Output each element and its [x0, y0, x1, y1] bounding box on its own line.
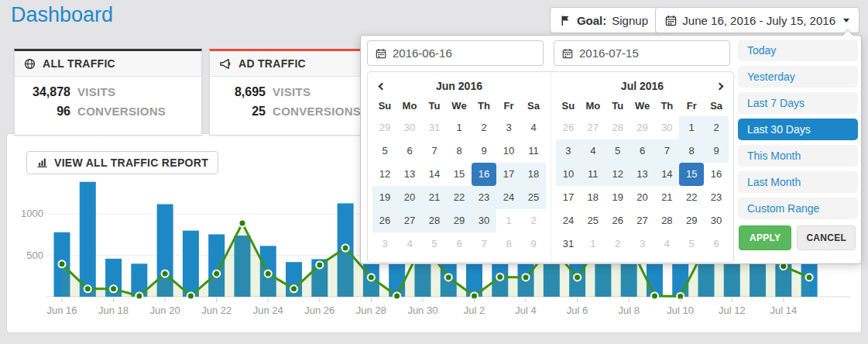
calendar-day[interactable]: 16 — [472, 163, 496, 186]
calendar-day[interactable]: 28 — [654, 209, 679, 232]
chart-point[interactable] — [84, 285, 91, 292]
calendar-day[interactable]: 5 — [679, 232, 704, 256]
chart-point[interactable] — [290, 285, 297, 292]
calendar-day[interactable]: 12 — [606, 163, 630, 186]
calendar-day[interactable]: 6 — [630, 139, 655, 163]
calendar-day[interactable]: 1 — [447, 116, 472, 139]
calendar-day[interactable]: 15 — [447, 163, 472, 186]
chevron-right-icon[interactable] — [710, 77, 729, 95]
calendar-day[interactable]: 31 — [422, 116, 447, 139]
calendar-day[interactable]: 11 — [521, 139, 546, 163]
range-preset-last-30-days[interactable]: Last 30 Days — [738, 119, 858, 140]
calendar-day[interactable]: 17 — [556, 186, 581, 209]
calendar-day[interactable]: 18 — [521, 163, 546, 186]
calendar-day[interactable]: 24 — [556, 209, 581, 232]
calendar-day[interactable]: 7 — [654, 139, 679, 163]
calendar-day[interactable]: 13 — [397, 163, 422, 186]
chart-point[interactable] — [265, 270, 272, 277]
calendar-day[interactable]: 8 — [679, 139, 704, 163]
calendar-day[interactable]: 1 — [581, 232, 606, 256]
chart-point[interactable] — [213, 270, 220, 277]
calendar-day[interactable]: 15 — [679, 163, 704, 186]
calendar-day[interactable]: 7 — [472, 232, 496, 256]
range-preset-custom-range[interactable]: Custom Range — [738, 198, 858, 219]
calendar-day[interactable]: 4 — [521, 116, 546, 139]
calendar-day[interactable]: 30 — [472, 209, 496, 232]
chart-point[interactable] — [496, 273, 503, 280]
calendar-day[interactable]: 6 — [397, 139, 422, 163]
calendar-day[interactable]: 16 — [704, 163, 729, 186]
calendar-day[interactable]: 30 — [397, 116, 422, 139]
range-preset-this-month[interactable]: This Month — [738, 145, 858, 167]
calendar-day[interactable]: 3 — [630, 232, 655, 256]
calendar-day[interactable]: 3 — [372, 232, 397, 256]
chart-point[interactable] — [59, 260, 66, 267]
calendar-day[interactable]: 28 — [422, 209, 447, 232]
calendar-day[interactable]: 21 — [422, 186, 447, 209]
calendar-day[interactable]: 4 — [581, 139, 606, 163]
cancel-button[interactable]: CANCEL — [797, 225, 856, 250]
calendar-day[interactable]: 27 — [630, 209, 655, 232]
start-date-input[interactable]: 2016-06-16 — [367, 40, 544, 66]
calendar-day[interactable]: 14 — [654, 163, 679, 186]
calendar-day[interactable]: 4 — [654, 232, 679, 256]
date-range-button[interactable]: June 16, 2016 - July 15, 2016 — [655, 7, 859, 33]
calendar-day[interactable]: 8 — [496, 232, 521, 256]
chart-bar[interactable] — [183, 231, 199, 297]
calendar-day[interactable]: 26 — [372, 209, 397, 232]
calendar-day[interactable]: 13 — [630, 163, 655, 186]
range-preset-today[interactable]: Today — [738, 40, 858, 61]
chart-point[interactable] — [238, 220, 245, 227]
calendar-day[interactable]: 5 — [422, 232, 447, 256]
chart-point[interactable] — [187, 292, 194, 299]
goal-selector-button[interactable]: Goal: Signup — [550, 7, 672, 33]
calendar-day[interactable]: 24 — [496, 186, 521, 209]
range-preset-last-month[interactable]: Last Month — [738, 171, 858, 193]
apply-button[interactable]: APPLY — [739, 225, 791, 250]
chart-point[interactable] — [393, 292, 400, 299]
calendar-day[interactable]: 9 — [472, 139, 496, 163]
calendar-day[interactable]: 2 — [472, 116, 496, 139]
calendar-day[interactable]: 29 — [372, 116, 397, 139]
calendar-day[interactable]: 29 — [630, 116, 655, 139]
calendar-day[interactable]: 18 — [581, 186, 606, 209]
calendar-day[interactable]: 25 — [581, 209, 606, 232]
calendar-day[interactable]: 3 — [496, 116, 521, 139]
chevron-left-icon[interactable] — [372, 77, 391, 95]
chart-point[interactable] — [162, 270, 169, 277]
chart-point[interactable] — [523, 273, 530, 280]
calendar-day[interactable]: 10 — [496, 139, 521, 163]
calendar-day[interactable]: 8 — [447, 139, 472, 163]
range-preset-yesterday[interactable]: Yesterday — [738, 66, 858, 88]
calendar-day[interactable]: 6 — [447, 232, 472, 256]
calendar-day[interactable]: 2 — [521, 209, 546, 232]
calendar-day[interactable]: 19 — [606, 186, 630, 209]
chart-point[interactable] — [806, 273, 813, 280]
calendar-day[interactable]: 2 — [606, 232, 630, 256]
calendar-day[interactable]: 7 — [422, 139, 447, 163]
end-date-input[interactable]: 2016-07-15 — [554, 40, 730, 66]
calendar-day[interactable]: 17 — [496, 163, 521, 186]
chart-point[interactable] — [136, 292, 142, 299]
chart-point[interactable] — [368, 273, 375, 280]
calendar-day[interactable]: 1 — [679, 116, 704, 139]
calendar-day[interactable]: 21 — [654, 186, 679, 209]
calendar-day[interactable]: 22 — [679, 186, 704, 209]
calendar-day[interactable]: 5 — [606, 139, 630, 163]
range-preset-last-7-days[interactable]: Last 7 Days — [738, 92, 858, 114]
chart-point[interactable] — [574, 273, 581, 280]
calendar-day[interactable]: 5 — [372, 139, 397, 163]
view-all-traffic-report-button[interactable]: VIEW ALL TRAFFIC REPORT — [26, 151, 218, 174]
calendar-day[interactable]: 6 — [704, 232, 729, 256]
calendar-day[interactable]: 20 — [397, 186, 422, 209]
calendar-day[interactable]: 9 — [704, 139, 729, 163]
calendar-day[interactable]: 28 — [606, 116, 630, 139]
calendar-day[interactable]: 19 — [372, 186, 397, 209]
calendar-day[interactable]: 23 — [704, 186, 729, 209]
calendar-day[interactable]: 3 — [556, 139, 581, 163]
calendar-day[interactable]: 30 — [654, 116, 679, 139]
calendar-day[interactable]: 30 — [704, 209, 729, 232]
calendar-day[interactable]: 14 — [422, 163, 447, 186]
calendar-day[interactable]: 22 — [447, 186, 472, 209]
calendar-day[interactable]: 2 — [704, 116, 729, 139]
